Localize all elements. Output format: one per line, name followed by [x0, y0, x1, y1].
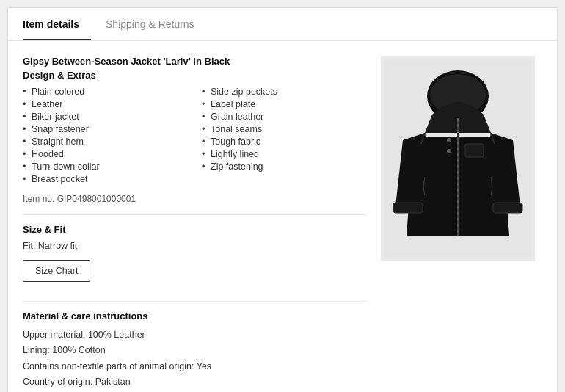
features-left-list: Plain coloredLeatherBiker jacketSnap fas… [23, 87, 187, 184]
features-right-list: Side zip pocketsLabel plateGrain leather… [202, 87, 366, 172]
content-area: Gipsy Between-Season Jacket 'Lariv' in B… [8, 41, 557, 392]
svg-rect-16 [465, 144, 484, 157]
feature-item: Lightly lined [202, 149, 366, 159]
material-line: Country of origin: Pakistan [23, 374, 366, 390]
right-panel [381, 56, 542, 392]
svg-rect-20 [493, 203, 522, 213]
feature-item: Biker jacket [23, 112, 187, 122]
feature-item: Leather [23, 99, 187, 109]
features-grid: Plain coloredLeatherBiker jacketSnap fas… [23, 87, 366, 186]
tab-bar: Item details Shipping & Returns [8, 8, 557, 41]
left-panel: Gipsy Between-Season Jacket 'Lariv' in B… [23, 56, 381, 392]
tab-shipping-returns[interactable]: Shipping & Returns [106, 8, 206, 40]
feature-item: Grain leather [202, 112, 366, 122]
feature-item: Turn-down collar [23, 161, 187, 172]
feature-item: Label plate [202, 99, 366, 109]
feature-item: Snap fastener [23, 124, 187, 134]
material-line: Lining: 100% Cotton [23, 343, 366, 358]
jacket-svg [384, 59, 531, 258]
product-detail-card: Item details Shipping & Returns Gipsy Be… [7, 7, 558, 392]
feature-item: Tough fabric [202, 137, 366, 147]
design-extras-label: Design & Extras [23, 70, 366, 81]
tab-item-details[interactable]: Item details [23, 8, 91, 40]
svg-rect-19 [393, 203, 423, 213]
product-image [381, 56, 535, 261]
feature-item: Side zip pockets [202, 87, 366, 97]
product-title: Gipsy Between-Season Jacket 'Lariv' in B… [23, 56, 366, 67]
item-number: Item no. GIP0498001000001 [23, 194, 366, 204]
feature-item: Tonal seams [202, 124, 366, 134]
material-info: Upper material: 100% LeatherLining: 100%… [23, 327, 366, 390]
features-col-right: Side zip pocketsLabel plateGrain leather… [202, 87, 366, 186]
features-col-left: Plain coloredLeatherBiker jacketSnap fas… [23, 87, 187, 186]
fit-text: Fit: Narrow fit [23, 241, 366, 251]
material-line: Upper material: 100% Leather [23, 327, 366, 343]
material-title: Material & care instructions [23, 311, 366, 322]
feature-item: Hooded [23, 149, 187, 159]
feature-item: Straight hem [23, 137, 187, 147]
feature-item: Zip fastening [202, 161, 366, 172]
feature-item: Breast pocket [23, 174, 187, 184]
material-line: Contains non-textile parts of animal ori… [23, 359, 366, 374]
size-fit-title: Size & Fit [23, 224, 366, 235]
svg-point-17 [447, 138, 451, 142]
feature-item: Plain colored [23, 87, 187, 97]
size-chart-button[interactable]: Size Chart [23, 260, 90, 282]
svg-point-18 [447, 149, 451, 153]
